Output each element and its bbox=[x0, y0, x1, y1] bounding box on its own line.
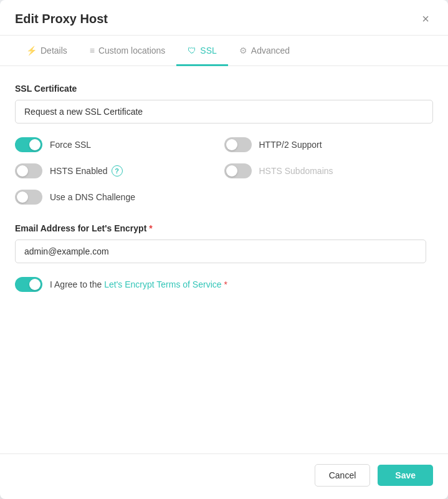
email-section: Email Address for Let's Encrypt * bbox=[15, 223, 433, 263]
tab-custom-locations[interactable]: ≡ Custom locations bbox=[79, 36, 177, 66]
edit-proxy-host-modal: Edit Proxy Host × ⚡ Details ≡ Custom loc… bbox=[0, 0, 448, 499]
save-button[interactable]: Save bbox=[378, 465, 433, 486]
agree-required-star: * bbox=[224, 279, 227, 289]
tabs-bar: ⚡ Details ≡ Custom locations 🛡 SSL ⚙ Adv… bbox=[0, 36, 448, 66]
ssl-certificate-label: SSL Certificate bbox=[15, 84, 433, 94]
ssl-icon: 🛡 bbox=[188, 46, 196, 56]
http2-support-row: HTTP/2 Support bbox=[224, 137, 434, 152]
tab-advanced-label: Advanced bbox=[251, 46, 290, 56]
cancel-button[interactable]: Cancel bbox=[315, 464, 371, 487]
close-button[interactable]: × bbox=[418, 11, 433, 26]
tab-details[interactable]: ⚡ Details bbox=[15, 36, 79, 66]
tab-custom-locations-label: Custom locations bbox=[98, 46, 165, 56]
force-ssl-toggle[interactable] bbox=[15, 137, 42, 152]
hsts-subdomains-row: HSTS Subdomains bbox=[224, 163, 434, 178]
dns-challenge-toggle[interactable] bbox=[15, 190, 42, 205]
agree-toggle[interactable] bbox=[15, 277, 42, 292]
dns-challenge-label: Use a DNS Challenge bbox=[50, 192, 135, 202]
http2-support-label: HTTP/2 Support bbox=[259, 140, 322, 150]
modal-title: Edit Proxy Host bbox=[15, 12, 108, 26]
modal-header: Edit Proxy Host × bbox=[0, 0, 448, 36]
custom-locations-icon: ≡ bbox=[90, 46, 95, 56]
tab-ssl[interactable]: 🛡 SSL bbox=[176, 36, 227, 66]
tab-advanced[interactable]: ⚙ Advanced bbox=[228, 36, 301, 66]
details-icon: ⚡ bbox=[26, 46, 37, 56]
agree-row: I Agree to the Let's Encrypt Terms of Se… bbox=[15, 277, 433, 292]
email-label: Email Address for Let's Encrypt * bbox=[15, 223, 433, 233]
hsts-enabled-label: HSTS Enabled ? bbox=[50, 165, 123, 177]
email-required-star: * bbox=[149, 223, 152, 233]
hsts-enabled-row: HSTS Enabled ? bbox=[15, 163, 224, 178]
force-ssl-label: Force SSL bbox=[50, 140, 91, 150]
force-ssl-row: Force SSL bbox=[15, 137, 224, 152]
modal-footer: Cancel Save bbox=[0, 453, 448, 499]
ssl-certificate-select[interactable]: Request a new SSL Certificate bbox=[15, 100, 433, 124]
lets-encrypt-tos-link[interactable]: Let's Encrypt Terms of Service bbox=[104, 279, 221, 289]
hsts-subdomains-toggle[interactable] bbox=[224, 163, 252, 178]
dns-challenge-row: Use a DNS Challenge bbox=[15, 190, 224, 205]
hsts-enabled-toggle[interactable] bbox=[15, 163, 42, 178]
agree-text: I Agree to the Let's Encrypt Terms of Se… bbox=[50, 279, 227, 289]
toggles-grid: Force SSL HTTP/2 Support bbox=[15, 137, 433, 210]
tab-details-label: Details bbox=[41, 46, 67, 56]
advanced-icon: ⚙ bbox=[239, 46, 247, 56]
hsts-help-icon[interactable]: ? bbox=[112, 165, 123, 177]
email-input[interactable] bbox=[15, 240, 426, 263]
tab-ssl-label: SSL bbox=[200, 46, 216, 56]
http2-support-toggle[interactable] bbox=[224, 137, 252, 152]
modal-body: SSL Certificate Request a new SSL Certif… bbox=[0, 66, 448, 453]
hsts-subdomains-label: HSTS Subdomains bbox=[259, 166, 333, 176]
